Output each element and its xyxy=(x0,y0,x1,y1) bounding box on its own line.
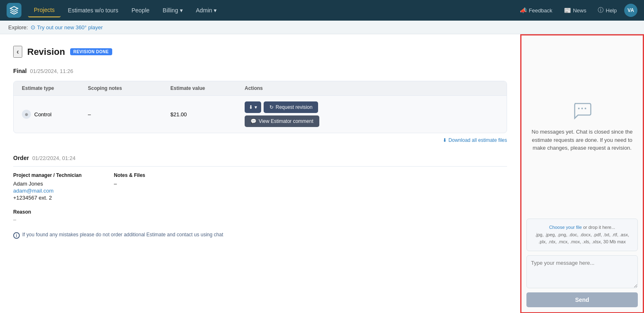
btn-row: ⬇ ▾ ↻ Request revision xyxy=(245,101,318,113)
feedback-button[interactable]: 📣 Feedback xyxy=(516,5,557,16)
page-title: Revision xyxy=(27,47,65,57)
final-label: Final xyxy=(13,68,27,74)
chat-file-drop[interactable]: Choose your file or drop it here... .jpg… xyxy=(526,219,638,251)
svg-point-0 xyxy=(578,108,580,109)
play-icon: ⊙ xyxy=(31,24,35,31)
svg-point-2 xyxy=(585,108,586,109)
estimate-type-value: Control xyxy=(34,111,52,118)
order-section: Order 01/22/2024, 01:24 Project manager … xyxy=(13,155,507,201)
final-section: Final 01/25/2024, 11:26 Estimate type Sc… xyxy=(13,68,507,143)
chat-empty-state: No messages yet. Chat is closed since th… xyxy=(521,35,643,219)
refresh-icon: ↻ xyxy=(269,104,274,110)
estimate-value: $21.00 xyxy=(170,111,245,118)
order-label: Order xyxy=(13,155,29,161)
divider xyxy=(13,166,507,167)
nav-item-billing[interactable]: Billing ▾ xyxy=(157,4,188,17)
page-layout: ‹ Revision REVISION DONE Final 01/25/202… xyxy=(0,34,644,313)
megaphone-icon: 📣 xyxy=(520,7,527,14)
download-all-link[interactable]: ⬇ Download all estimate files xyxy=(13,137,507,143)
explore-bar: Explore: ⊙ Try out our new 360° player xyxy=(0,21,644,34)
file-formats-text: .jpg, .jpeg, .png, .doc, .docx, .pdf, .t… xyxy=(535,232,629,245)
estimate-type-cell: ⊕ Control xyxy=(22,110,88,119)
revision-header: ‹ Revision REVISION DONE xyxy=(13,46,507,58)
col-actions: Actions xyxy=(245,85,498,91)
col-estimate-value: Estimate value xyxy=(170,85,245,91)
message-input[interactable] xyxy=(526,255,638,288)
nav-item-estimates[interactable]: Estimates w/o tours xyxy=(62,4,124,17)
comment-icon: 💬 xyxy=(250,118,257,124)
help-icon: ⓘ xyxy=(598,7,604,14)
reason-section: Reason – xyxy=(13,209,507,223)
help-button[interactable]: ⓘ Help xyxy=(594,4,621,16)
reason-value: – xyxy=(13,217,507,223)
explore-label: Explore: xyxy=(8,24,28,31)
col-estimate-type: Estimate type xyxy=(22,85,88,91)
project-manager-col: Project manager / Technician Adam Jones … xyxy=(13,172,104,201)
actions-cell: ⬇ ▾ ↻ Request revision 💬 View Estimator … xyxy=(245,101,498,127)
scoping-notes-value: – xyxy=(88,111,170,118)
download-all-icon: ⬇ xyxy=(443,137,447,143)
nav-item-projects[interactable]: Projects xyxy=(28,3,61,17)
choose-file-link[interactable]: Choose your file xyxy=(549,225,583,230)
info-text: If you found any mistakes please do not … xyxy=(22,232,223,238)
send-button[interactable]: Send xyxy=(526,292,638,307)
chat-panel: No messages yet. Chat is closed since th… xyxy=(520,34,644,313)
main-content: ‹ Revision REVISION DONE Final 01/25/202… xyxy=(0,34,520,313)
nav-item-admin[interactable]: Admin ▾ xyxy=(190,4,223,17)
info-note: i If you found any mistakes please do no… xyxy=(13,232,507,239)
estimate-table: Estimate type Scoping notes Estimate val… xyxy=(13,81,507,133)
notes-files-label: Notes & Files xyxy=(114,172,507,178)
nav-item-people[interactable]: People xyxy=(126,4,156,17)
download-button[interactable]: ⬇ ▾ xyxy=(245,101,261,113)
download-icon: ⬇ xyxy=(249,104,253,110)
explore-link[interactable]: ⊙ Try out our new 360° player xyxy=(31,24,103,31)
back-button[interactable]: ‹ xyxy=(13,46,22,58)
final-date: 01/25/2024, 11:26 xyxy=(30,68,73,74)
pm-email[interactable]: adam@mail.com xyxy=(13,188,104,194)
nav-right: 📣 Feedback 📰 News ⓘ Help VA xyxy=(516,4,637,17)
chevron-down-icon: ▾ xyxy=(180,7,183,14)
chevron-down-icon: ▾ xyxy=(214,7,217,14)
logo[interactable] xyxy=(7,3,21,18)
chat-bubble-icon xyxy=(572,102,592,121)
pm-label: Project manager / Technician xyxy=(13,172,104,178)
nav-items: Projects Estimates w/o tours People Bill… xyxy=(28,3,516,17)
user-avatar[interactable]: VA xyxy=(624,4,637,17)
order-date: 01/22/2024, 01:24 xyxy=(32,155,75,161)
pm-phone: +1234567 ext. 2 xyxy=(13,195,104,201)
svg-point-1 xyxy=(581,108,583,109)
view-comment-button[interactable]: 💬 View Estimator comment xyxy=(245,115,319,127)
status-badge: REVISION DONE xyxy=(70,48,112,55)
news-icon: 📰 xyxy=(564,7,571,14)
dropdown-arrow-icon: ▾ xyxy=(255,104,257,110)
control-icon: ⊕ xyxy=(22,110,31,119)
notes-files-col: Notes & Files – xyxy=(114,172,507,201)
table-header: Estimate type Scoping notes Estimate val… xyxy=(14,81,507,96)
info-icon: i xyxy=(13,232,20,239)
request-revision-button[interactable]: ↻ Request revision xyxy=(264,101,318,113)
notes-files-value: – xyxy=(114,181,507,187)
chat-empty-text: No messages yet. Chat is closed since th… xyxy=(530,128,635,152)
col-scoping-notes: Scoping notes xyxy=(88,85,170,91)
pm-name: Adam Jones xyxy=(13,181,104,187)
table-row: ⊕ Control – $21.00 ⬇ ▾ ↻ xyxy=(14,96,507,133)
reason-label: Reason xyxy=(13,209,507,215)
navbar: Projects Estimates w/o tours People Bill… xyxy=(0,0,644,21)
news-button[interactable]: 📰 News xyxy=(560,5,591,16)
order-grid: Project manager / Technician Adam Jones … xyxy=(13,172,507,201)
